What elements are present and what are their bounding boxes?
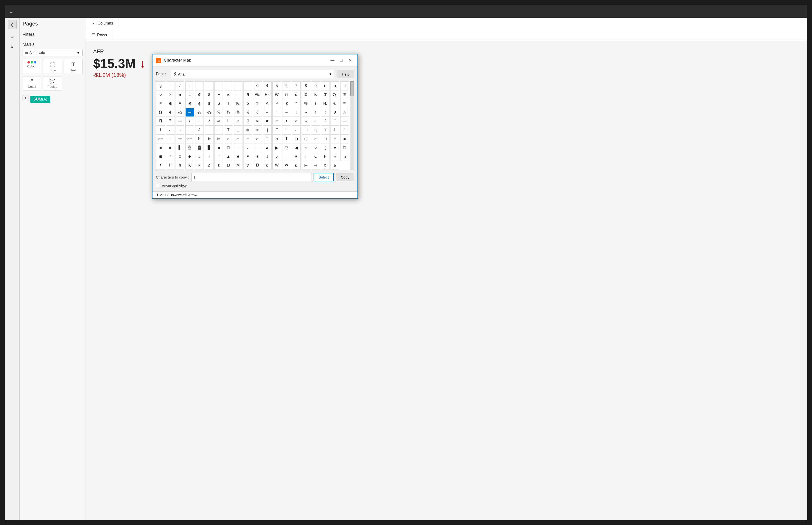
char-cell[interactable]: J [243,117,252,125]
char-cell[interactable]: — [253,143,262,152]
rows-button[interactable]: ☰ Rows [86,29,113,41]
char-cell[interactable]: ↕ [321,108,330,117]
char-cell[interactable]: ⊢ [205,125,214,134]
char-cell[interactable]: ⅔ [175,108,184,117]
mark-size[interactable]: ◯ Size [43,59,62,74]
char-cell[interactable]: ○ [311,143,320,152]
char-cell[interactable]: Σ [166,117,175,125]
char-cell[interactable]: ■ [340,134,349,143]
char-cell[interactable]: ₵ [195,99,204,108]
char-cell[interactable]: P [272,99,281,108]
char-cell[interactable]: z [214,161,223,170]
char-cell[interactable]: ₱ [156,99,165,108]
char-cell[interactable]: ⊣ [214,125,223,134]
char-cell[interactable]: → [282,108,291,117]
char-cell[interactable]: ≈ [253,117,262,125]
char-cell[interactable]: ₢ [205,90,214,99]
char-cell[interactable]: π [282,125,291,134]
char-cell[interactable]: w [282,161,291,170]
char-cell[interactable]: — [340,117,349,125]
char-cell[interactable]: ⊣ [311,161,320,170]
char-cell[interactable]: ■ [156,143,165,152]
char-cell[interactable]: ↓ [292,108,301,117]
columns-button[interactable]: ⫠ Columns [86,18,119,29]
char-cell[interactable]: ₴ [185,99,194,108]
char-cell[interactable]: ħ [175,161,184,170]
char-cell[interactable]: ∀ [243,161,252,170]
char-cell[interactable]: ¬ [175,125,184,134]
char-cell[interactable] [205,81,214,90]
char-cell[interactable]: I [156,125,165,134]
char-cell[interactable]: ♀ [205,152,214,161]
char-cell[interactable]: ₘ [234,90,243,99]
char-cell[interactable]: ▊ [205,143,214,152]
char-cell[interactable]: K [311,90,320,99]
minimize-button[interactable]: — [328,57,336,64]
char-cell[interactable]: ▒ [185,143,194,152]
char-cell[interactable]: R [331,152,339,161]
char-cell[interactable]: ⌐⌐ [185,134,194,143]
char-cell[interactable]: ℘ [156,81,165,90]
char-cell[interactable]: £ [224,90,233,99]
char-cell[interactable]: η [311,125,320,134]
chars-to-copy-input[interactable] [191,173,311,181]
char-cell[interactable]: ↑ [311,108,320,117]
char-cell[interactable]: ‼ [340,125,349,134]
char-cell[interactable]: Ƶ [205,161,214,170]
char-cell[interactable]: ⌠ [331,117,339,125]
char-cell[interactable]: / [185,117,194,125]
char-cell[interactable]: * [292,99,301,108]
char-cell[interactable]: ⊢ [166,134,175,143]
char-cell[interactable]: ● [331,143,339,152]
char-cell[interactable]: P [321,152,330,161]
mark-colour[interactable]: Colour [22,59,41,74]
char-cell[interactable]: ₡ [195,90,204,99]
char-cell[interactable]: ○ [156,90,165,99]
select-button[interactable]: Select [313,173,334,181]
char-cell[interactable]: ≥ [292,117,301,125]
char-cell[interactable]: ▲ [263,143,272,152]
char-cell[interactable]: L [224,117,233,125]
char-cell[interactable]: ⊣ [185,108,194,117]
char-cell[interactable]: ₲ [166,99,175,108]
char-cell[interactable]: ⊡ [302,134,310,143]
char-cell[interactable]: ↑ [272,108,281,117]
char-cell[interactable]: 0 [253,81,262,90]
char-cell[interactable]: ₨ [234,99,243,108]
char-cell[interactable]: ʋ [292,161,301,170]
char-cell[interactable]: % [302,99,310,108]
char-cell[interactable]: Rs [263,90,272,99]
char-cell[interactable]: ⅓ [195,108,204,117]
font-dropdown[interactable]: 0 Arial ▾ [171,70,334,78]
char-cell[interactable]: 6 [282,81,291,90]
char-cell[interactable]: ⁝ [185,81,194,90]
char-cell[interactable]: ⊣ [302,125,310,134]
char-cell[interactable] [195,81,204,90]
char-cell[interactable]: ∂ [253,108,262,117]
char-cell[interactable]: □ [340,143,349,152]
char-cell[interactable]: ≠ [263,117,272,125]
char-cell[interactable] [234,81,243,90]
char-cell[interactable]: J [195,125,204,134]
collapse-button[interactable]: ❮ [8,20,17,29]
char-cell[interactable]: ☺ [175,152,184,161]
char-cell[interactable]: π [272,134,281,143]
copy-button[interactable]: Copy [336,173,354,181]
char-cell[interactable]: ₠ [253,99,262,108]
char-cell[interactable]: ■ [166,143,175,152]
char-cell[interactable]: — [175,117,184,125]
char-cell[interactable]: · [195,117,204,125]
help-button[interactable]: Help [337,70,354,78]
char-cell[interactable]: Π [156,117,165,125]
char-cell[interactable]: ⊢ [302,161,310,170]
char-cell[interactable]: ₩ [272,90,281,99]
char-cell[interactable]: ♂ [214,152,223,161]
char-cell[interactable]: · [234,143,243,152]
char-cell[interactable]: ʋ [263,161,272,170]
char-cell[interactable]: ▓ [195,143,204,152]
char-cell[interactable]: A [175,99,184,108]
char-cell[interactable]: ← [263,108,272,117]
char-cell[interactable]: ⊡ [282,90,291,99]
char-cell[interactable]: 5 [272,81,281,90]
char-cell[interactable]: L [185,125,194,134]
